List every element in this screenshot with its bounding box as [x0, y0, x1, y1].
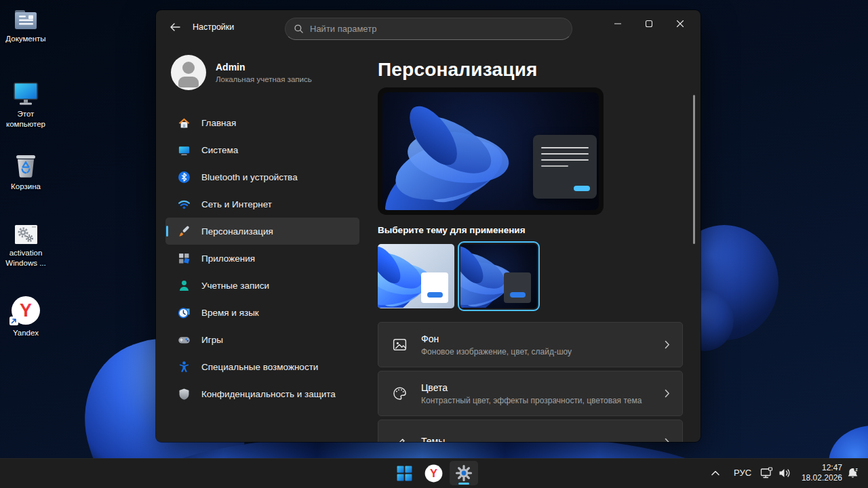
page-title: Персонализация: [378, 59, 538, 81]
nav-item-accounts[interactable]: Учетные записи: [165, 272, 359, 299]
tray-clock[interactable]: 12:47 18.02.2026: [785, 463, 842, 483]
desktop-icon-label: activation Windows ...: [0, 248, 52, 268]
settings-window: Настройки: [156, 10, 701, 442]
row-themes[interactable]: Темы: [378, 420, 683, 442]
desktop-icon-label: Корзина: [0, 182, 52, 192]
theme-card-button: [427, 292, 443, 298]
nav-item-apps[interactable]: Приложения: [165, 245, 359, 272]
yandex-browser-icon: Y: [0, 296, 52, 325]
settings-search-box[interactable]: [285, 18, 572, 40]
theme-card-button: [510, 292, 526, 298]
tray-chevron-button[interactable]: [705, 461, 726, 485]
nav-item-privacy-security[interactable]: Конфиденциальность и защита: [165, 380, 359, 407]
nav-label: Приложения: [201, 253, 255, 264]
theme-card-light: [421, 272, 448, 303]
nav-item-personalization[interactable]: Персонализация: [165, 218, 359, 245]
minimize-button[interactable]: [602, 14, 633, 34]
nav-item-home[interactable]: Главная: [165, 109, 359, 136]
theme-preview-frame: [378, 87, 604, 215]
mock-text-line: [541, 159, 589, 161]
nav-label: Bluetooth и устройства: [201, 172, 298, 182]
content-scrollbar[interactable]: [693, 95, 695, 244]
nav-item-network-internet[interactable]: Сеть и Интернет: [165, 190, 359, 218]
mock-text-line: [541, 147, 589, 148]
settings-gear-icon: [455, 464, 473, 482]
start-button[interactable]: [391, 461, 417, 485]
desktop-icon-recycle-bin[interactable]: Корзина: [0, 152, 52, 192]
taskbar-yandex-button[interactable]: Y: [420, 461, 446, 485]
taskbar: Y РУС: [0, 458, 868, 488]
language-indicator[interactable]: РУС: [734, 468, 751, 478]
search-input[interactable]: [310, 24, 564, 34]
theme-thumbnail-light[interactable]: [378, 244, 454, 308]
theme-preview-wallpaper: [382, 92, 599, 210]
nav-label: Специальные возможности: [201, 362, 318, 372]
theme-thumbnail-dark[interactable]: [460, 244, 537, 308]
monitor-icon: [0, 81, 52, 106]
home-icon: [178, 117, 191, 129]
row-subtitle: Фоновое изображение, цвет, слайд-шоу: [421, 347, 651, 357]
account-avatar[interactable]: [171, 55, 206, 90]
svg-text:Y: Y: [429, 467, 437, 480]
nav-label: Учетные записи: [201, 281, 269, 291]
svg-text:Y: Y: [20, 300, 32, 321]
desktop-icon-label: Yandex: [0, 328, 52, 338]
nav-item-bluetooth-devices[interactable]: Bluetooth и устройства: [165, 163, 359, 190]
account-name: Admin: [216, 62, 245, 73]
yandex-browser-icon: Y: [425, 464, 443, 483]
window-controls: [602, 14, 696, 34]
nav-label: Персонализация: [201, 226, 273, 237]
avatar-head-shape: [182, 62, 195, 74]
taskbar-settings-button[interactable]: [450, 461, 478, 485]
apps-icon: [178, 252, 191, 265]
tray-notifications-button[interactable]: z: [843, 461, 863, 485]
back-arrow-icon: [170, 22, 180, 32]
minimize-icon: [614, 20, 622, 28]
mock-accent-button: [574, 186, 590, 191]
desktop-icon-label: Документы: [0, 34, 52, 44]
network-icon: [760, 467, 774, 479]
window-title: Настройки: [193, 22, 234, 32]
mock-text-line: [541, 165, 568, 167]
desktop-icon-documents[interactable]: Документы: [0, 8, 52, 44]
chevron-right-icon: [665, 438, 670, 442]
mock-text-line: [541, 153, 589, 155]
row-title: Темы: [421, 436, 651, 443]
close-button[interactable]: [665, 14, 696, 34]
row-title: Цвета: [421, 382, 651, 393]
documents-folder-icon: [0, 8, 52, 31]
nav-label: Сеть и Интернет: [201, 199, 272, 209]
nav-item-games[interactable]: Игры: [165, 326, 359, 353]
desktop-icon-yandex[interactable]: Y Yandex: [0, 296, 52, 338]
row-subtitle: Контрастный цвет, эффекты прозрачности, …: [421, 396, 651, 405]
recycle-bin-icon: [0, 152, 52, 179]
windows-logo-icon: [397, 466, 412, 481]
row-background[interactable]: Фон Фоновое изображение, цвет, слайд-шоу: [378, 322, 683, 367]
avatar-body-shape: [178, 77, 199, 87]
chevron-up-icon: [711, 470, 720, 476]
nav-item-time-language[interactable]: Время и язык: [165, 299, 359, 326]
nav-label: Игры: [201, 335, 223, 345]
maximize-button[interactable]: [633, 14, 665, 34]
nav-item-accessibility[interactable]: Специальные возможности: [165, 353, 359, 380]
gamepad-icon: [178, 333, 191, 346]
chevron-right-icon: [665, 340, 670, 349]
background-image-icon: [392, 337, 408, 352]
nav-label: Система: [201, 145, 238, 155]
themes-section-label: Выберите тему для применения: [378, 225, 526, 235]
desktop-icon-activation[interactable]: activation Windows ...: [0, 224, 52, 268]
notification-bell-dnd-icon: z: [846, 466, 860, 480]
wifi-icon: [178, 198, 191, 211]
shortcut-arrow-badge: [9, 317, 18, 325]
app-window-gears-icon: [0, 224, 52, 245]
desktop-icon-this-pc[interactable]: Этот компьютер: [0, 81, 52, 129]
selected-indicator: [166, 226, 168, 237]
settings-nav: Главная Система Bluetooth и устройства: [165, 109, 359, 407]
back-button[interactable]: [167, 20, 183, 35]
desktop: Документы Этот компьютер Корзина: [0, 0, 868, 488]
accounts-person-icon: [178, 279, 191, 292]
active-app-indicator: [458, 483, 469, 485]
row-colors[interactable]: Цвета Контрастный цвет, эффекты прозрачн…: [378, 371, 683, 416]
nav-item-system[interactable]: Система: [165, 136, 359, 163]
nav-label: Главная: [201, 118, 236, 128]
